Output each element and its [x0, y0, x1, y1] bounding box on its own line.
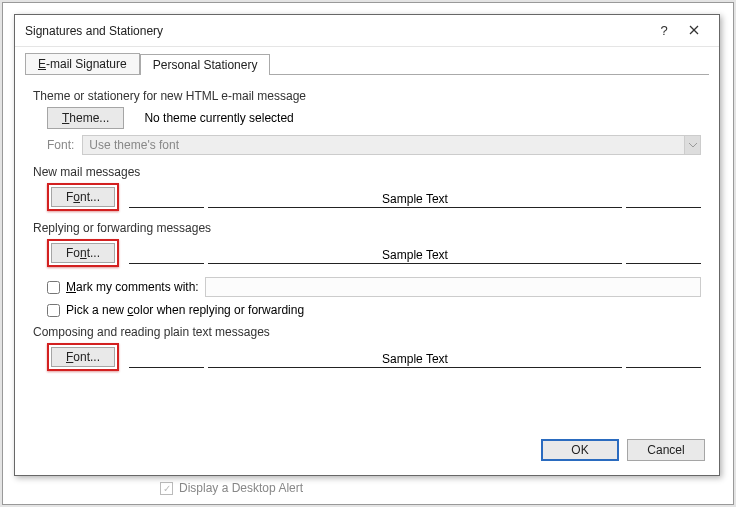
- mark-comments-row: Mark my comments with:: [47, 277, 701, 297]
- theme-button[interactable]: Theme...: [47, 107, 124, 129]
- dialog-footer: OK Cancel: [15, 433, 719, 475]
- dialog-title: Signatures and Stationery: [25, 24, 649, 38]
- new-mail-font-button[interactable]: Font...: [51, 187, 115, 207]
- font-dropdown-row: Font: Use theme's font: [47, 135, 701, 155]
- theme-heading: Theme or stationery for new HTML e-mail …: [33, 89, 701, 103]
- highlight-font-button-2: Font...: [47, 239, 119, 267]
- ok-button[interactable]: OK: [541, 439, 619, 461]
- tab-strip: E-mail Signature Personal Stationery: [25, 53, 709, 75]
- mark-comments-checkbox[interactable]: [47, 281, 60, 294]
- new-color-checkbox[interactable]: [47, 304, 60, 317]
- mark-comments-label: Mark my comments with:: [66, 280, 199, 294]
- new-mail-heading: New mail messages: [33, 165, 701, 179]
- highlight-font-button-1: Font...: [47, 183, 119, 211]
- dialog-content: E-mail Signature Personal Stationery The…: [15, 47, 719, 433]
- help-button[interactable]: ?: [649, 23, 679, 38]
- reply-sample-text: Sample Text: [208, 242, 622, 264]
- new-color-row: Pick a new color when replying or forwar…: [47, 303, 701, 317]
- background-text: ✓ Display a Desktop Alert: [160, 481, 303, 495]
- reply-heading: Replying or forwarding messages: [33, 221, 701, 235]
- plaintext-font-button[interactable]: Font...: [51, 347, 115, 367]
- plaintext-sample: Sample Text: [129, 346, 701, 368]
- tab-personal-stationery[interactable]: Personal Stationery: [140, 54, 271, 75]
- new-mail-row: Font... Sample Text: [47, 183, 701, 211]
- cancel-button[interactable]: Cancel: [627, 439, 705, 461]
- close-icon: [689, 25, 699, 35]
- tab-email-signature[interactable]: E-mail Signature: [25, 53, 140, 74]
- mark-comments-input[interactable]: [205, 277, 701, 297]
- reply-row: Font... Sample Text: [47, 239, 701, 267]
- font-dropdown-value: Use theme's font: [89, 138, 179, 152]
- titlebar: Signatures and Stationery ?: [15, 15, 719, 47]
- theme-row: Theme... No theme currently selected: [47, 107, 701, 129]
- plaintext-sample-text: Sample Text: [208, 346, 622, 368]
- stationery-panel: Theme or stationery for new HTML e-mail …: [25, 75, 709, 389]
- new-color-label: Pick a new color when replying or forwar…: [66, 303, 304, 317]
- background-checkbox: ✓: [160, 482, 173, 495]
- font-label: Font:: [47, 138, 74, 152]
- no-theme-label: No theme currently selected: [144, 111, 293, 125]
- new-mail-sample-text: Sample Text: [208, 186, 622, 208]
- close-button[interactable]: [679, 23, 709, 38]
- chevron-down-icon: [684, 136, 700, 154]
- signatures-dialog: Signatures and Stationery ? E-mail Signa…: [14, 14, 720, 476]
- reply-sample: Sample Text: [129, 242, 701, 264]
- highlight-font-button-3: Font...: [47, 343, 119, 371]
- reply-font-button[interactable]: Font...: [51, 243, 115, 263]
- new-mail-sample: Sample Text: [129, 186, 701, 208]
- plaintext-row: Font... Sample Text: [47, 343, 701, 371]
- plaintext-heading: Composing and reading plain text message…: [33, 325, 701, 339]
- font-dropdown: Use theme's font: [82, 135, 701, 155]
